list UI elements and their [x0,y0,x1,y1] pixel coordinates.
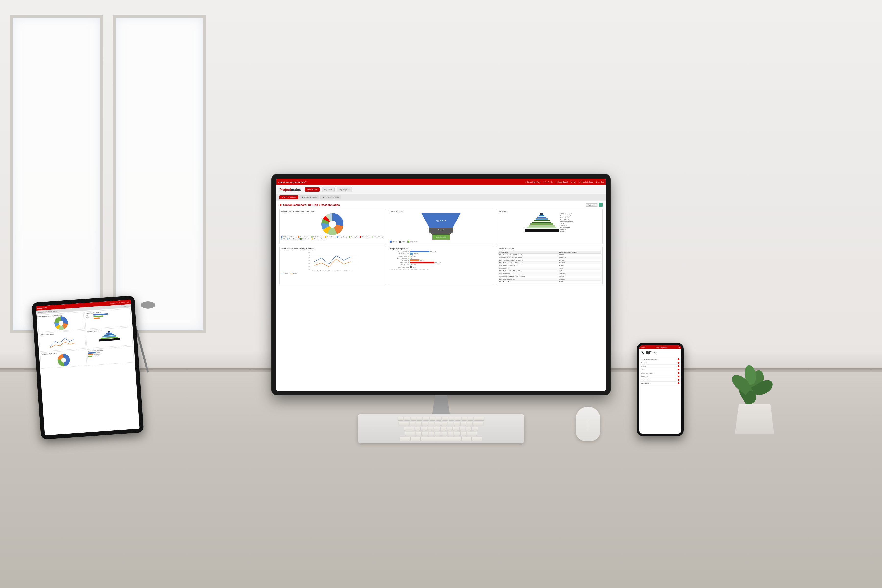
chart-schedule-tasks: 2014 Schedule Tasks by Project - Overdue… [279,246,386,285]
legend-dot [300,238,302,240]
top-bar-action-6[interactable]: ◉ Log Out [596,181,604,183]
phone-menu-item-3[interactable]: Photos [640,364,680,368]
key[interactable] [428,427,433,431]
key[interactable] [453,427,459,431]
legend-item: Owner Requested [287,238,300,240]
key-ctrl-r[interactable] [472,437,482,441]
phone-menu-item-2[interactable]: Schedule [640,361,680,364]
tab-prebuilt-reports[interactable]: ◈ Pre-Built Reports [320,195,341,200]
keyboard[interactable] [358,414,524,444]
key[interactable] [398,417,403,420]
key-cmd-r[interactable] [462,437,471,441]
line-chart: 50 45 40 35 30 25 20 [281,250,384,270]
key[interactable] [468,417,473,420]
key[interactable] [429,422,434,426]
mouse [576,407,600,441]
phone-menu-item-1[interactable]: Document Management [640,358,680,361]
key[interactable] [430,417,435,420]
key[interactable] [455,417,460,420]
key[interactable] [460,432,466,436]
phone-menu-item-5[interactable]: Draw Field Report [640,371,680,375]
pyramid-row-8 [529,225,555,226]
phone-weather: ☀ 90° 89° [639,349,681,357]
key[interactable] [410,422,415,426]
key[interactable] [441,427,446,431]
menu-dot [678,376,680,377]
tab-my-dashboard[interactable]: ⊕ My Dashboard [279,195,298,200]
top-bar-action-4[interactable]: ▼ Help [571,181,576,183]
plant-pot [735,404,774,434]
key[interactable] [441,432,447,436]
key[interactable] [435,432,441,436]
key[interactable] [449,417,454,420]
legend-item: Site Conditions [300,238,311,240]
nav-my-work[interactable]: My Work [322,187,334,192]
pyramid-row-5 [534,220,549,222]
key[interactable] [422,432,428,436]
funnel-bottom-labels: Approved Denied Under Review [390,241,493,243]
key[interactable] [422,422,428,426]
key[interactable] [423,417,429,420]
key[interactable] [448,432,453,436]
actions-button[interactable]: Actions ▼ [585,203,598,207]
key-caps[interactable] [404,427,414,431]
legend-dot [325,236,326,238]
key[interactable] [447,427,452,431]
key[interactable] [448,422,453,426]
key[interactable] [416,432,422,436]
top-bar-action-5[interactable]: ▼ Knowledgebase [579,181,593,183]
key-shift-r[interactable] [467,432,477,436]
phone-menu-item-6[interactable]: Action List [640,375,680,378]
key[interactable] [454,432,460,436]
key[interactable] [460,427,465,431]
weather-temperature: 90° 89° [646,351,657,355]
key[interactable] [460,422,466,426]
key-backspace[interactable] [474,417,484,420]
key[interactable] [441,422,447,426]
key[interactable] [454,422,460,426]
key-cmd[interactable] [411,437,420,441]
key-tab[interactable] [399,422,409,426]
top-bar-action-2[interactable]: ▼ My Profile [543,181,553,183]
key[interactable] [411,417,416,420]
legend-dot [360,236,361,238]
key[interactable] [435,422,441,426]
tablet-screen: Projectmates Dashboard | Projects | Repo… [36,300,140,435]
bar-row: 1002 - Denton, TX 118,676 [390,253,493,255]
top-bar-action-3[interactable]: ▼ Global Search [555,181,568,183]
key[interactable] [466,427,471,431]
legend-dot [298,236,299,238]
lamp [147,304,149,372]
nav-my-reports[interactable]: My Reports [305,188,320,192]
phone-menu-item-4[interactable]: RFI [640,368,680,371]
key-space[interactable] [422,437,460,441]
key[interactable] [462,417,467,420]
key[interactable] [436,417,441,420]
tab-adhoc-reports[interactable]: ◈ Ad-Hoc Reports [299,195,319,200]
costs-table: Project Name Sum of Anticipated Cost ($)… [498,250,601,283]
key[interactable] [467,422,472,426]
nav-my-projects[interactable]: My Projects [337,187,352,192]
table-row: 1014 - Behave Mart201875 [498,280,601,283]
key[interactable] [422,427,427,431]
menu-dot [678,382,680,384]
pie-legend: AE Error and Omissions Code Compliance C… [281,236,384,240]
phone-menu-item-7[interactable]: Discussions [640,378,680,382]
key[interactable] [434,427,440,431]
key[interactable] [404,417,410,420]
key[interactable] [442,417,448,420]
status-indicator [599,203,603,207]
key[interactable] [472,427,478,431]
svg-text:50: 50 [309,251,310,253]
menu-dot [678,379,680,381]
key[interactable] [429,432,434,436]
phone-menu-item-8[interactable]: Field Report [640,382,680,385]
key[interactable] [415,427,420,431]
key[interactable] [417,417,422,420]
key-ctrl-l[interactable] [400,437,410,441]
key-shift-l[interactable] [405,432,415,436]
key[interactable] [416,422,422,426]
top-bar-action-1[interactable]: ★ Set as Start Page [525,181,540,183]
svg-text:40: 40 [309,257,310,259]
key-enter[interactable] [473,422,483,426]
